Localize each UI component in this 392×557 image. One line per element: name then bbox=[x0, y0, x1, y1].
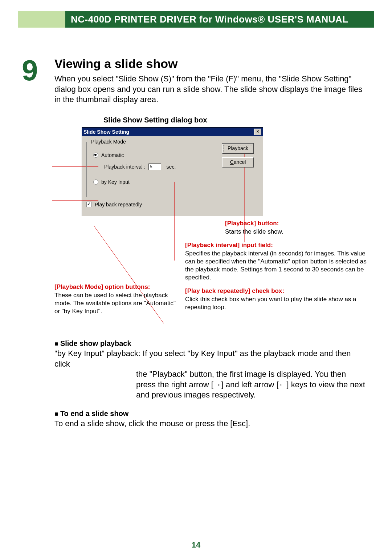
playback-mode-group: Playback Mode Automatic Playback interva… bbox=[86, 142, 222, 197]
bullet-playback-title: Slide show playback bbox=[54, 339, 367, 348]
annot-mode-body: These can be used to select the playback… bbox=[54, 291, 178, 315]
interval-label: Playback interval : bbox=[104, 164, 146, 170]
close-icon[interactable]: × bbox=[254, 129, 261, 135]
cancel-underline: C bbox=[230, 159, 234, 165]
bullet-end-title: To end a slide show bbox=[54, 409, 367, 418]
radio-keyinput-label: by Key Input bbox=[101, 179, 130, 185]
dialog-figure: Slide Show Setting × Playback Mode Autom… bbox=[82, 127, 367, 216]
repeat-checkbox[interactable] bbox=[86, 202, 92, 207]
chapter-number: 9 bbox=[18, 57, 54, 81]
playback-button[interactable]: Playback bbox=[222, 144, 254, 154]
dialog-title-text: Slide Show Setting bbox=[83, 129, 129, 135]
bullet-end-body: To end a slide show, click the mouse or … bbox=[54, 419, 367, 429]
page-number: 14 bbox=[0, 540, 392, 550]
bullet-playback-line1: "by Key Input" playback: If you select "… bbox=[54, 349, 351, 368]
document-header: NC-400D PRINTER DRIVER for Windows® USER… bbox=[18, 11, 374, 28]
radio-keyinput[interactable] bbox=[93, 179, 98, 185]
interval-input[interactable] bbox=[148, 164, 161, 170]
bullet-playback-rest: the "Playback" button, the first image i… bbox=[54, 369, 367, 400]
repeat-label: Play back repeatedly bbox=[95, 202, 142, 207]
annot-playback-body: Starts the slide show. bbox=[225, 228, 367, 236]
header-title: NC-400D PRINTER DRIVER for Windows® USER… bbox=[65, 11, 374, 28]
cancel-rest: ancel bbox=[234, 159, 246, 165]
dialog-caption: Slide Show Setting dialog box bbox=[103, 116, 367, 124]
annot-repeat-title: [Play back repeatedly] check box: bbox=[185, 287, 367, 295]
slide-show-dialog: Slide Show Setting × Playback Mode Autom… bbox=[82, 127, 263, 216]
intro-paragraph: When you select "Slide Show (S)" from th… bbox=[54, 74, 367, 105]
annot-playback-title: [Playback] button: bbox=[225, 220, 367, 227]
cancel-button[interactable]: Cancel bbox=[222, 157, 254, 167]
annot-interval-title: [Playback interval] input field: bbox=[185, 242, 367, 249]
radio-automatic-label: Automatic bbox=[101, 152, 124, 158]
annot-interval-body: Specifies the playback interval (in seco… bbox=[185, 250, 367, 282]
bullet-playback-body: "by Key Input" playback: If you select "… bbox=[54, 348, 367, 400]
section-title: Viewing a slide show bbox=[54, 57, 367, 71]
interval-unit: sec. bbox=[167, 164, 176, 170]
group-legend: Playback Mode bbox=[90, 139, 127, 145]
annot-mode-title: [Playback Mode] option buttons: bbox=[54, 283, 178, 291]
radio-automatic[interactable] bbox=[93, 153, 98, 158]
header-accent bbox=[18, 11, 65, 28]
dialog-titlebar: Slide Show Setting × bbox=[82, 128, 263, 136]
annot-repeat-body: Click this check box when you want to pl… bbox=[185, 295, 367, 311]
